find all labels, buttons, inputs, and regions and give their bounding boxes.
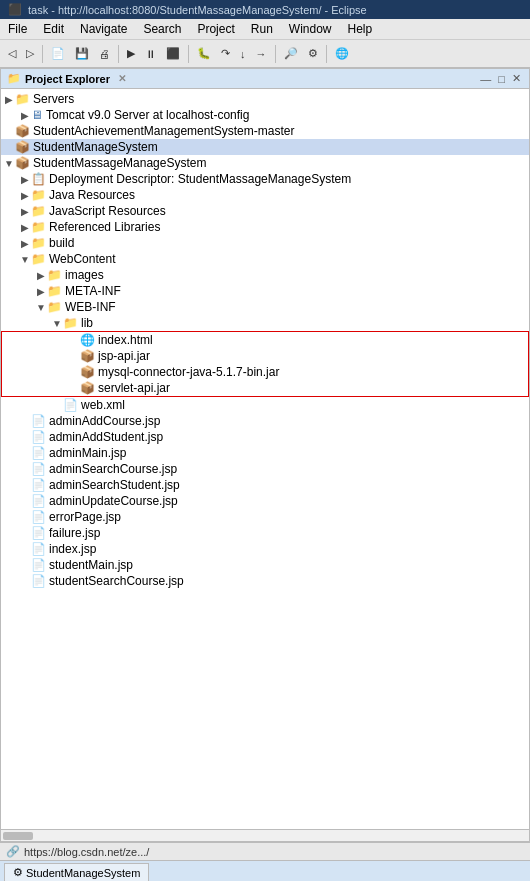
file-icon: 📄 — [31, 558, 46, 572]
tree-item-lib[interactable]: ▼📁lib — [1, 315, 529, 331]
tree-item-failure[interactable]: 📄failure.jsp — [1, 525, 529, 541]
menu-help[interactable]: Help — [340, 19, 381, 39]
toolbar-btn-fwd[interactable]: ▷ — [22, 45, 38, 62]
tree-toggle[interactable]: ▶ — [35, 270, 47, 281]
tree-toggle[interactable]: ▶ — [19, 190, 31, 201]
tree-item-ref-libraries[interactable]: ▶📁Referenced Libraries — [1, 219, 529, 235]
toolbar-btn-search[interactable]: 🔎 — [280, 45, 302, 62]
file-icon: 📄 — [31, 526, 46, 540]
toolbar-btn-globe[interactable]: 🌐 — [331, 45, 353, 62]
file-icon: 📄 — [31, 462, 46, 476]
toolbar-btn-step[interactable]: ↷ — [217, 45, 234, 62]
tree-label: WebContent — [49, 252, 527, 266]
tree-label: adminMain.jsp — [49, 446, 527, 460]
tree-toggle[interactable]: ▼ — [51, 318, 63, 329]
tree-label: failure.jsp — [49, 526, 527, 540]
toolbar-btn-stepinto[interactable]: ↓ — [236, 46, 250, 62]
file-icon: 📄 — [31, 478, 46, 492]
tree-label: index.jsp — [49, 542, 527, 556]
tree-toggle[interactable]: ▼ — [35, 302, 47, 313]
tree-item-studentMain[interactable]: 📄studentMain.jsp — [1, 557, 529, 573]
tree-toggle[interactable]: ▶ — [19, 238, 31, 249]
menu-window[interactable]: Window — [281, 19, 340, 39]
tree-item-studentSearchCourse[interactable]: 📄studentSearchCourse.jsp — [1, 573, 529, 589]
toolbar-btn-debug[interactable]: 🐛 — [193, 45, 215, 62]
tree-item-java-resources[interactable]: ▶📁Java Resources — [1, 187, 529, 203]
title-bar-text: task - http://localhost:8080/StudentMass… — [28, 4, 367, 16]
tree-label: errorPage.jsp — [49, 510, 527, 524]
panel-maximize-btn[interactable]: □ — [496, 73, 507, 85]
tree-item-mysql-jar[interactable]: 📦mysql-connector-java-5.1.7-bin.jar — [1, 364, 529, 380]
horizontal-scrollbar[interactable] — [1, 829, 529, 841]
tree-label: web.xml — [81, 398, 527, 412]
toolbar-btn-back[interactable]: ◁ — [4, 45, 20, 62]
tree-item-jsp-api-jar[interactable]: 📦jsp-api.jar — [1, 348, 529, 364]
tree-item-student-massage[interactable]: ▼📦StudentMassageManageSystem — [1, 155, 529, 171]
tree-item-webcontent[interactable]: ▼📁WebContent — [1, 251, 529, 267]
tree-label: StudentManageSystem — [33, 140, 527, 154]
panel-title-icon: 📁 — [7, 72, 21, 85]
h-scroll-thumb[interactable] — [3, 832, 33, 840]
menu-search[interactable]: Search — [135, 19, 189, 39]
tree-toggle[interactable]: ▶ — [3, 94, 15, 105]
tree-item-servers[interactable]: ▶📁Servers — [1, 91, 529, 107]
tree-item-adminUpdateCourse[interactable]: 📄adminUpdateCourse.jsp — [1, 493, 529, 509]
menu-file[interactable]: File — [0, 19, 35, 39]
tree-item-meta-inf[interactable]: ▶📁META-INF — [1, 283, 529, 299]
toolbar-sep-3 — [188, 45, 189, 63]
tree-item-student-achieve[interactable]: 📦StudentAchievementManagementSystem-mast… — [1, 123, 529, 139]
tree-item-build[interactable]: ▶📁build — [1, 235, 529, 251]
panel-minimize-btn[interactable]: — — [478, 73, 493, 85]
toolbar-btn-save[interactable]: 💾 — [71, 45, 93, 62]
tree-item-js-resources[interactable]: ▶📁JavaScript Resources — [1, 203, 529, 219]
file-icon: 📁 — [15, 92, 30, 106]
menu-navigate[interactable]: Navigate — [72, 19, 135, 39]
tree-item-index[interactable]: 📄index.jsp — [1, 541, 529, 557]
toolbar-btn-print[interactable]: 🖨 — [95, 46, 114, 62]
tree-item-index-html[interactable]: 🌐index.html — [1, 331, 529, 348]
tree-item-web-inf[interactable]: ▼📁WEB-INF — [1, 299, 529, 315]
tree-item-errorPage[interactable]: 📄errorPage.jsp — [1, 509, 529, 525]
file-icon: 📦 — [15, 124, 30, 138]
menu-project[interactable]: Project — [189, 19, 242, 39]
file-icon: 📦 — [15, 156, 30, 170]
tree-item-adminSearchStudent[interactable]: 📄adminSearchStudent.jsp — [1, 477, 529, 493]
toolbar-btn-pause[interactable]: ⏸ — [141, 46, 160, 62]
status-icon: 🔗 — [6, 845, 20, 858]
tree-toggle[interactable]: ▶ — [19, 206, 31, 217]
tree-toggle[interactable]: ▶ — [19, 110, 31, 121]
menu-edit[interactable]: Edit — [35, 19, 72, 39]
toolbar-btn-settings[interactable]: ⚙ — [304, 45, 322, 62]
file-icon: 📦 — [80, 365, 95, 379]
tree-label: META-INF — [65, 284, 527, 298]
tree-item-student-manage[interactable]: 📦StudentManageSystem — [1, 139, 529, 155]
file-icon: 📁 — [47, 300, 62, 314]
tree-item-adminAddCourse[interactable]: 📄adminAddCourse.jsp — [1, 413, 529, 429]
tree-toggle[interactable]: ▶ — [19, 174, 31, 185]
file-icon: 📁 — [31, 188, 46, 202]
tree-item-web-xml[interactable]: 📄web.xml — [1, 397, 529, 413]
tree-toggle[interactable]: ▼ — [19, 254, 31, 265]
toolbar-btn-new[interactable]: 📄 — [47, 45, 69, 62]
toolbar-btn-stepover[interactable]: → — [252, 46, 271, 62]
tree-item-tomcat[interactable]: ▶🖥Tomcat v9.0 Server at localhost-config — [1, 107, 529, 123]
tree-toggle[interactable]: ▼ — [3, 158, 15, 169]
toolbar-btn-run[interactable]: ▶ — [123, 45, 139, 62]
bottom-tab-student[interactable]: ⚙ StudentManageSystem — [4, 863, 149, 881]
tree-toggle[interactable]: ▶ — [19, 222, 31, 233]
file-icon: 📄 — [31, 430, 46, 444]
tree-item-adminAddStudent[interactable]: 📄adminAddStudent.jsp — [1, 429, 529, 445]
tree-item-adminSearchCourse[interactable]: 📄adminSearchCourse.jsp — [1, 461, 529, 477]
panel-close-btn[interactable]: ✕ — [510, 72, 523, 85]
menu-run[interactable]: Run — [243, 19, 281, 39]
file-icon: 📁 — [31, 252, 46, 266]
toolbar-sep-4 — [275, 45, 276, 63]
tree-item-adminMain[interactable]: 📄adminMain.jsp — [1, 445, 529, 461]
toolbar-btn-stop[interactable]: ⬛ — [162, 45, 184, 62]
tree-label: lib — [81, 316, 527, 330]
bottom-tab-label: StudentManageSystem — [26, 867, 140, 879]
tree-item-deployment[interactable]: ▶📋Deployment Descriptor: StudentMassageM… — [1, 171, 529, 187]
tree-toggle[interactable]: ▶ — [35, 286, 47, 297]
tree-item-servlet-jar[interactable]: 📦servlet-api.jar — [1, 380, 529, 397]
tree-item-images[interactable]: ▶📁images — [1, 267, 529, 283]
